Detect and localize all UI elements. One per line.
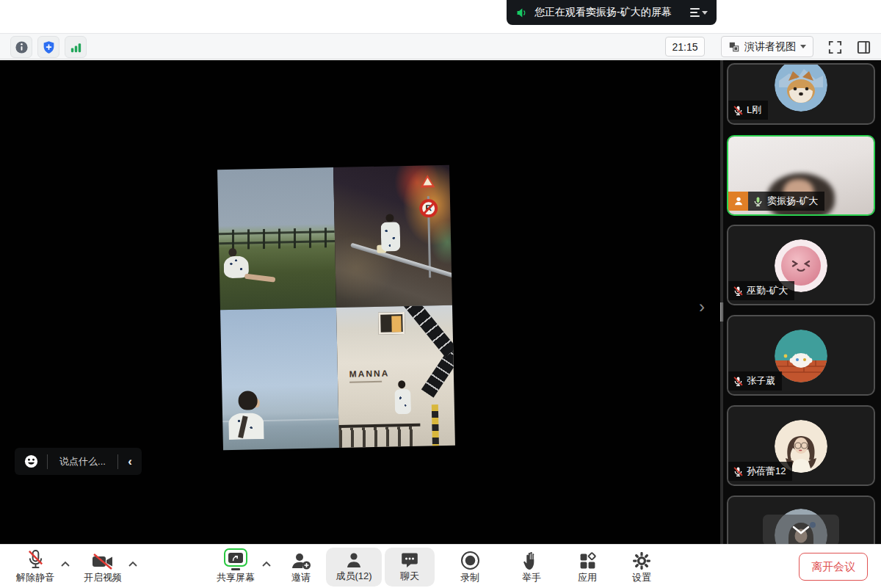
mic-live-icon <box>753 196 764 207</box>
view-mode-button[interactable]: 演讲者视图 <box>721 36 813 57</box>
unmute-button[interactable]: 解除静音 <box>12 548 59 583</box>
mic-muted-icon <box>733 376 744 387</box>
participant-tile[interactable]: L刚 <box>727 63 875 125</box>
lit-window <box>378 312 405 335</box>
shared-screen-collage: R MANNA <box>217 165 455 451</box>
cat-on-wall-avatar <box>775 330 827 382</box>
video-options-chevron[interactable] <box>126 558 139 570</box>
network-quality-button[interactable] <box>65 36 87 58</box>
members-icon <box>345 552 363 568</box>
camera-muted-icon <box>92 553 114 570</box>
participant-name: 孙蓓蕾12 <box>747 465 786 478</box>
person-silhouette <box>385 214 394 222</box>
chevron-up-icon <box>61 561 70 567</box>
panel-resize-handle[interactable] <box>720 60 723 544</box>
participant-tile[interactable] <box>727 496 875 544</box>
chevron-down-icon <box>791 525 811 535</box>
participant-name: 窦振扬-矿大 <box>767 195 818 208</box>
screen-watch-banner[interactable]: 您正在观看窦振扬-矿大的屏幕 <box>507 0 717 25</box>
raise-hand-icon <box>523 551 540 570</box>
meeting-info-button[interactable] <box>10 36 32 58</box>
shared-screen-view: R MANNA 说点什么... <box>0 60 720 544</box>
stair-railing <box>338 424 420 448</box>
mic-muted-icon <box>26 549 45 570</box>
expand-panel-button[interactable]: › <box>699 297 705 317</box>
banner-menu-button[interactable] <box>683 8 708 17</box>
fullscreen-button[interactable] <box>825 37 845 57</box>
avatar <box>775 330 827 382</box>
start-video-button[interactable]: 开启视频 <box>79 548 126 583</box>
fullscreen-icon <box>827 40 843 55</box>
invite-button[interactable]: 邀请 <box>282 548 320 583</box>
collapse-chat-button[interactable]: ‹ <box>118 454 142 469</box>
collage-photo-grass-dusk <box>217 167 336 310</box>
participant-name-tag: L刚 <box>728 101 768 120</box>
raise-hand-button[interactable]: 举手 <box>512 548 551 583</box>
record-button[interactable]: 录制 <box>451 548 489 583</box>
invite-person-icon <box>291 551 311 570</box>
chat-button[interactable]: 聊天 <box>385 548 435 587</box>
share-screen-button[interactable]: 共享屏幕 <box>211 548 260 583</box>
participant-tile-active[interactable]: 窦振扬-矿大 <box>727 135 875 216</box>
mic-muted-icon <box>733 466 744 477</box>
person-silhouette <box>228 248 236 257</box>
emoji-button[interactable] <box>15 454 47 469</box>
mic-muted-icon <box>733 286 744 297</box>
quick-chat-bar: 说点什么... ‹ <box>15 448 142 475</box>
participant-name-tag: 孙蓓蕾12 <box>728 462 792 481</box>
chat-input[interactable]: 说点什么... <box>48 455 117 468</box>
hamburger-icon <box>690 8 700 17</box>
participant-name: 巫勤-矿大 <box>747 284 788 297</box>
person-icon <box>733 195 744 207</box>
clock: 21:15 <box>665 37 705 57</box>
warning-sign <box>420 175 435 188</box>
share-options-chevron[interactable] <box>260 558 273 570</box>
shiba-dog-avatar <box>775 63 827 112</box>
scroll-down-button[interactable] <box>763 515 839 544</box>
audio-options-chevron[interactable] <box>59 558 72 570</box>
layout-grid-icon <box>728 41 740 53</box>
caret-down-icon <box>702 11 708 15</box>
participants-panel: L刚 窦振扬-矿大 <box>723 60 881 544</box>
participant-name: 张子葳 <box>747 374 775 388</box>
avatar <box>775 63 827 112</box>
apps-icon <box>579 552 597 570</box>
participant-tile[interactable]: 孙蓓蕾12 <box>727 405 875 486</box>
chevron-up-icon <box>128 561 137 567</box>
apps-button[interactable]: 应用 <box>568 548 606 583</box>
leave-meeting-button[interactable]: 离开会议 <box>799 553 868 581</box>
gear-icon <box>632 551 651 570</box>
participant-name-tag: 巫勤-矿大 <box>728 281 794 300</box>
settings-button[interactable]: 设置 <box>623 548 661 583</box>
mic-muted-icon <box>733 105 744 116</box>
chat-bubble-icon <box>401 552 418 568</box>
banner-text: 您正在观看窦振扬-矿大的屏幕 <box>534 6 672 19</box>
clock-text: 21:15 <box>672 41 697 53</box>
collage-photo-sky-gaze <box>220 308 339 450</box>
security-button[interactable] <box>37 36 59 58</box>
grip-icon <box>720 302 723 322</box>
participant-name-tag: 窦振扬-矿大 <box>728 192 824 211</box>
speaker-icon <box>515 7 528 19</box>
collage-photo-night-street: R <box>333 165 452 308</box>
participant-tile[interactable]: 张子葳 <box>727 315 875 396</box>
meeting-topbar: 21:15 演讲者视图 <box>0 33 881 59</box>
person-silhouette <box>398 380 405 388</box>
record-icon <box>460 551 480 570</box>
caret-down-icon <box>800 45 806 48</box>
participant-tile[interactable]: 巫勤-矿大 <box>727 225 875 305</box>
striped-pole <box>432 404 439 446</box>
side-panel-icon <box>856 40 871 55</box>
no-parking-sign: R <box>419 199 438 218</box>
screen-share-badge <box>728 192 748 211</box>
network-signal-icon <box>69 40 83 54</box>
smiley-icon <box>23 454 39 469</box>
chevron-up-icon <box>262 561 271 567</box>
guardrail <box>350 243 452 279</box>
participant-name: L刚 <box>747 104 761 117</box>
view-mode-label: 演讲者视图 <box>744 40 796 54</box>
side-panel-toggle-button[interactable] <box>854 37 874 57</box>
members-button[interactable]: 成员(12) <box>326 548 382 587</box>
share-screen-icon <box>224 548 247 567</box>
participant-name-tag: 张子葳 <box>728 371 782 391</box>
